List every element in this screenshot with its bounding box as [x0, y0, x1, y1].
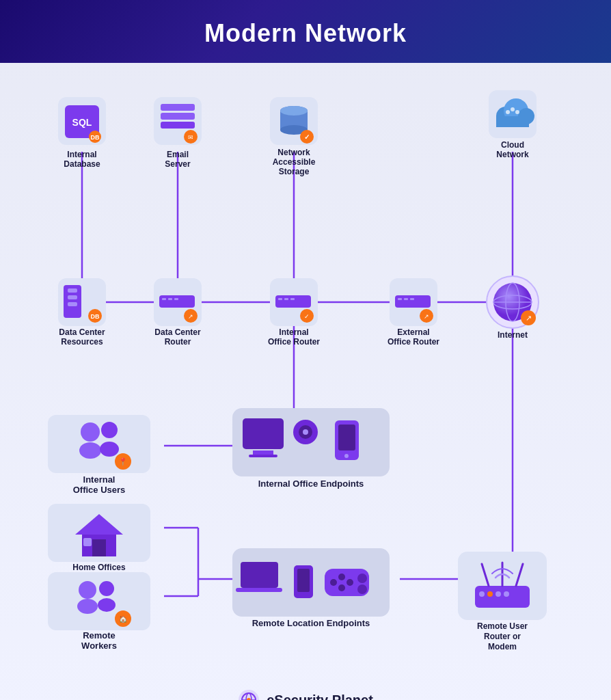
- internal-endpoints-box: [232, 408, 390, 476]
- internal-users-label: Internal: [83, 474, 116, 485]
- svg-point-80: [100, 442, 119, 457]
- svg-rect-43: [68, 288, 77, 293]
- svg-rect-65: [404, 298, 408, 300]
- svg-rect-118: [475, 586, 530, 608]
- svg-point-100: [99, 581, 114, 596]
- svg-rect-58: [284, 298, 288, 300]
- svg-text:↗: ↗: [188, 313, 193, 320]
- svg-rect-56: [275, 295, 311, 308]
- remote-endpoints-box: [232, 548, 390, 617]
- svg-point-114: [347, 579, 353, 586]
- home-offices-label: Home Offices: [72, 563, 126, 572]
- svg-rect-91: [338, 425, 355, 450]
- svg-point-113: [338, 584, 345, 591]
- internal-office-router-icon: ✓: [270, 278, 318, 326]
- internet-label: Internet: [498, 330, 528, 340]
- svg-point-111: [330, 579, 337, 586]
- svg-rect-49: [159, 295, 195, 308]
- svg-point-116: [357, 584, 367, 594]
- svg-rect-86: [249, 455, 277, 457]
- footer: eSecurity Planet: [0, 678, 611, 700]
- svg-point-40: [515, 110, 519, 114]
- remote-workers-label: Remote: [83, 630, 116, 641]
- svg-rect-50: [162, 298, 166, 300]
- svg-point-78: [101, 422, 118, 438]
- svg-rect-59: [290, 298, 295, 300]
- remote-endpoints-label: Remote Location Endpoints: [252, 618, 370, 628]
- svg-point-123: [487, 591, 493, 597]
- diagram-container: SQL DB Internal Database ✉ Email Server: [0, 63, 611, 678]
- data-center-router-icon: ↗: [154, 278, 202, 326]
- svg-text:🏠: 🏠: [119, 615, 128, 623]
- svg-rect-51: [168, 298, 172, 300]
- svg-rect-96: [92, 539, 106, 556]
- internal-database-icon: SQL DB: [58, 97, 106, 145]
- page-header: Modern Network: [0, 0, 611, 63]
- svg-point-89: [303, 429, 308, 435]
- brand-icon: [238, 689, 260, 700]
- email-server-icon: ✉: [154, 97, 202, 145]
- svg-text:✓: ✓: [304, 133, 310, 141]
- svg-rect-44: [68, 295, 77, 299]
- home-offices-box: [48, 504, 150, 562]
- svg-text:📍: 📍: [118, 457, 128, 466]
- internal-database-label2: Database: [64, 159, 100, 169]
- svg-text:SQL: SQL: [72, 117, 92, 128]
- remote-router-label2: Router or: [484, 632, 521, 641]
- svg-point-122: [479, 591, 485, 597]
- external-router-label2: Office Router: [388, 337, 439, 347]
- external-router-label: External: [397, 327, 429, 337]
- internal-database-label: Internal: [67, 150, 96, 159]
- svg-point-79: [79, 442, 101, 459]
- svg-rect-85: [253, 450, 273, 455]
- svg-rect-64: [398, 298, 402, 300]
- internal-office-users-box: 📍: [48, 415, 150, 473]
- svg-point-77: [81, 422, 100, 442]
- svg-point-92: [344, 454, 349, 458]
- network-storage-icon: ✓: [270, 97, 318, 145]
- svg-rect-66: [410, 298, 414, 300]
- remote-router-label3: Modem: [488, 642, 517, 651]
- svg-text:✉: ✉: [188, 134, 193, 141]
- svg-point-112: [338, 574, 345, 580]
- internal-users-label2: Office Users: [73, 485, 126, 495]
- svg-rect-45: [68, 302, 77, 306]
- dc-router-label2: Router: [165, 337, 191, 347]
- svg-text:↗: ↗: [526, 314, 532, 322]
- svg-point-125: [504, 591, 509, 597]
- svg-rect-106: [241, 562, 278, 588]
- remote-workers-label2: Workers: [81, 641, 117, 651]
- svg-rect-76: [48, 415, 150, 473]
- svg-rect-37: [496, 116, 529, 127]
- network-storage-label3: Storage: [279, 167, 310, 176]
- network-storage-label: Network: [277, 148, 310, 157]
- internal-router-label2: Office Router: [268, 337, 320, 347]
- svg-rect-98: [48, 572, 150, 630]
- svg-rect-97: [83, 538, 92, 546]
- data-center-resources-icon: DB: [58, 278, 106, 326]
- network-storage-label2: Accessible: [273, 157, 316, 167]
- svg-text:↗: ↗: [424, 313, 429, 320]
- svg-point-101: [77, 599, 98, 614]
- cloud-network-label: Cloud: [501, 140, 524, 150]
- svg-rect-107: [236, 588, 282, 592]
- remote-router-box: [458, 552, 547, 620]
- remote-workers-box: 🏠: [48, 572, 150, 630]
- svg-point-30: [280, 106, 308, 116]
- dc-resources-label: Data Center: [59, 327, 105, 337]
- svg-rect-57: [278, 298, 282, 300]
- svg-rect-63: [395, 295, 431, 308]
- svg-text:✓: ✓: [304, 313, 310, 320]
- svg-point-115: [357, 574, 367, 583]
- svg-rect-22: [161, 113, 195, 120]
- svg-point-102: [98, 598, 116, 612]
- svg-text:DB: DB: [91, 134, 100, 141]
- brand-name: eSecurity Planet: [267, 692, 373, 701]
- svg-rect-109: [297, 569, 310, 592]
- svg-point-99: [79, 581, 96, 599]
- internal-endpoints-label: Internal Office Endpoints: [258, 479, 364, 489]
- email-server-label2: Server: [165, 159, 191, 169]
- page-title: Modern Network: [14, 19, 597, 48]
- external-office-router-icon: ↗: [390, 278, 437, 326]
- email-server-label: Email: [167, 150, 189, 159]
